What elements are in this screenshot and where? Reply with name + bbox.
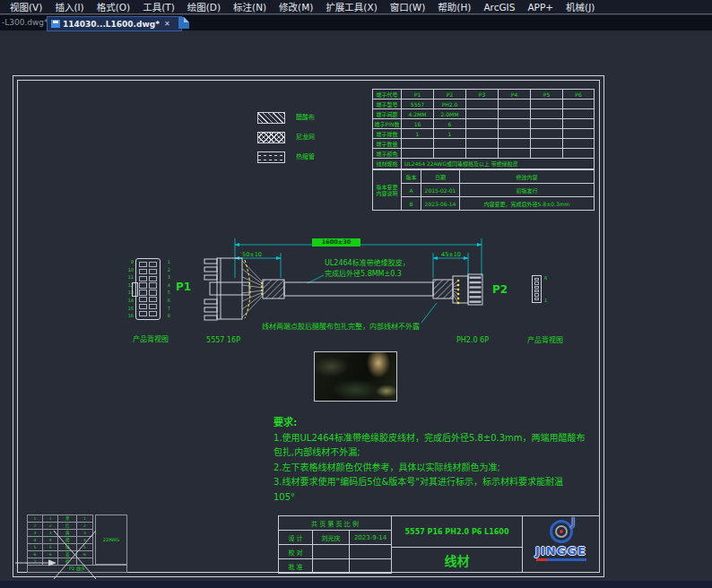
menu-item[interactable]: 帮助(H) bbox=[431, 0, 477, 14]
terminal-spec-table: 端子代号P1P2 P3P4P5P6 端子型号5557PH2.0 端子间距4.2M… bbox=[372, 89, 595, 159]
dim-left-text: 50±10 bbox=[233, 251, 271, 259]
logo-emblem-icon: J bbox=[550, 520, 573, 543]
p1-pin-numbers-right: 12345678 bbox=[163, 258, 170, 320]
revision-header: 修改内容 bbox=[460, 170, 595, 184]
design-label: 设 计 bbox=[279, 531, 313, 545]
menu-item[interactable]: 插入(I) bbox=[48, 0, 90, 14]
legend-label: 热缩管 bbox=[296, 151, 315, 163]
logo-wordmark: JINGGE bbox=[523, 544, 599, 558]
p2-pin-bottom: 1 bbox=[544, 298, 547, 303]
table-row: 端子排数11 bbox=[373, 129, 595, 139]
menu-item[interactable]: 绘图(D) bbox=[181, 0, 227, 14]
new-drawing-button[interactable] bbox=[178, 17, 189, 29]
p1-label: P1 bbox=[176, 281, 191, 293]
note-line: 包扎,内部线材不外漏; bbox=[274, 445, 578, 461]
cable-spec-callout: UL2464标准带绝缘胶皮， 完成后外径5.8MM±0.3 bbox=[325, 258, 410, 280]
tab-close-icon[interactable]: ✕ bbox=[164, 20, 170, 28]
wire-fan bbox=[242, 261, 263, 317]
menu-item[interactable]: 工具(T) bbox=[136, 0, 181, 14]
design-date: 2023-9-14 bbox=[350, 531, 392, 545]
pages-scale-row: 共 页 第 页 比 例 bbox=[279, 516, 392, 531]
p2-front-view: 6 1 bbox=[532, 275, 553, 304]
p1-housing bbox=[135, 258, 161, 320]
p1-type-caption: 5557 16P bbox=[203, 336, 244, 345]
pin-number: 4 bbox=[163, 281, 170, 290]
product-photo bbox=[314, 351, 397, 402]
notes-title: 要求: bbox=[274, 416, 578, 431]
menu-item[interactable]: 修改(M) bbox=[273, 0, 319, 14]
heatshrink-hatch-swatch bbox=[257, 151, 285, 163]
menu-item[interactable]: 视图(V) bbox=[4, 0, 48, 14]
acetate-wrap-right bbox=[433, 280, 453, 298]
p2-side-view bbox=[453, 274, 482, 305]
menu-item[interactable]: 机械(J) bbox=[560, 0, 601, 14]
pin-number: 14 bbox=[126, 297, 134, 305]
menu-bar: 视图(V)插入(I)格式(O)工具(T)绘图(D)标注(N)修改(M)扩展工具(… bbox=[0, 0, 712, 14]
check-label: 校 对 bbox=[279, 545, 313, 559]
table-row: 端子间距4.2MM2.0MM bbox=[373, 109, 595, 119]
legend-item-mesh: 尼龙网 bbox=[257, 131, 315, 143]
table-row: 端子PIN数166 bbox=[373, 119, 595, 129]
drawing-tab-bar: -L300.dwg* 114030...L1600.dwg* ✕ bbox=[0, 15, 712, 30]
revision-header: 日期 bbox=[421, 170, 460, 184]
revision-label: 版本变更 内容说明 bbox=[373, 170, 402, 211]
cable-body bbox=[284, 282, 433, 296]
table-row: 端子代号P1P2 P3P4P5P6 bbox=[373, 90, 595, 99]
p1-pin-grid bbox=[139, 262, 157, 316]
wire-spec-label: 线材规格 bbox=[373, 159, 402, 169]
revision-header: 版本 bbox=[402, 170, 421, 184]
mesh-hatch-swatch bbox=[257, 132, 285, 143]
pin-number: 11 bbox=[126, 273, 134, 281]
note-line: 3.线材要求使用"编码后5位&版本号"对其进行标示，标示材料要求能耐温 bbox=[274, 475, 578, 490]
drawing-canvas[interactable]: 醋酸布 尼龙网 热缩管 端子代号P1P2 P3P4P5P6 端子型号5557PH… bbox=[0, 30, 712, 581]
legend-item-heatshrink: 热缩管 bbox=[257, 151, 315, 163]
part-number: 5557 P16 PH2.0 P6 L1600 bbox=[405, 528, 509, 536]
p2-type-caption: PH2.0 6P bbox=[452, 336, 493, 345]
hatch-legend: 醋酸布 尼龙网 热缩管 bbox=[257, 111, 315, 170]
table-row: 端子颜色 bbox=[373, 149, 595, 159]
menu-item[interactable]: 扩展工具(X) bbox=[319, 0, 383, 14]
p2-housing bbox=[532, 275, 542, 303]
menu-item[interactable]: 标注(N) bbox=[227, 0, 273, 14]
designer-name: 刘光庆 bbox=[313, 531, 350, 545]
p1-latch bbox=[132, 282, 138, 297]
dim-overall-text: 1600±30 bbox=[312, 238, 360, 246]
p2-view-caption: 产品背视图 bbox=[518, 336, 572, 345]
pin-number: 2 bbox=[163, 266, 170, 274]
pin-number: 6 bbox=[163, 297, 170, 305]
menu-item[interactable]: 窗口(W) bbox=[384, 0, 432, 14]
legend-label: 醋酸布 bbox=[296, 112, 315, 124]
tab-inactive-drawing[interactable]: -L300.dwg* bbox=[0, 15, 48, 30]
table-row: 端子数量 bbox=[373, 139, 595, 149]
requirements-notes: 要求: 1.使用UL2464标准带绝缘胶皮线材，完成后外径5.8±0.3mm，两… bbox=[274, 416, 578, 505]
acetate-hatch-swatch bbox=[257, 112, 285, 124]
title-block: 共 页 第 页 比 例 设 计 刘光庆 2023-9-14 校 对 批 准 55… bbox=[278, 515, 600, 573]
tab-active-drawing[interactable]: 114030...L1600.dwg* ✕ bbox=[47, 16, 182, 31]
pin-number: 16 bbox=[126, 312, 134, 320]
menu-item[interactable]: 格式(O) bbox=[91, 0, 136, 14]
callout2-leader bbox=[421, 303, 437, 323]
acetate-wrap-left bbox=[263, 280, 284, 298]
pin-number: 9 bbox=[126, 258, 134, 266]
p1-side-view bbox=[204, 258, 249, 320]
pin-number: 1 bbox=[163, 258, 170, 266]
p2-pin-top: 6 bbox=[544, 275, 547, 281]
p2-label: P2 bbox=[492, 283, 508, 296]
menu-item[interactable]: ArcGIS bbox=[477, 0, 521, 14]
pin-number: 7 bbox=[163, 305, 170, 313]
logo-tagline bbox=[536, 558, 586, 561]
dim-right-text: 45±10 bbox=[432, 251, 470, 259]
menu-item[interactable]: APP+ bbox=[521, 0, 560, 14]
corner-marks bbox=[13, 529, 139, 581]
pin-number: 10 bbox=[126, 266, 134, 274]
p1-front-view: 910111213141516 12345678 bbox=[126, 258, 171, 321]
company-logo: J JINGGE bbox=[522, 515, 600, 573]
pin-number: 5 bbox=[163, 289, 170, 297]
pin-number: 15 bbox=[126, 305, 134, 313]
note-line: 105° bbox=[274, 490, 578, 506]
revision-row-a: A 2015-02-01 初版发行 bbox=[373, 184, 595, 197]
p2-pin-grid bbox=[534, 278, 539, 300]
bottom-strip bbox=[0, 581, 712, 588]
wire-spec-row: 线材规格 UL2464 22AWG或同等规格及以上 带绝缘胶皮 bbox=[372, 158, 595, 169]
legend-item-acetate: 醋酸布 bbox=[257, 111, 315, 124]
